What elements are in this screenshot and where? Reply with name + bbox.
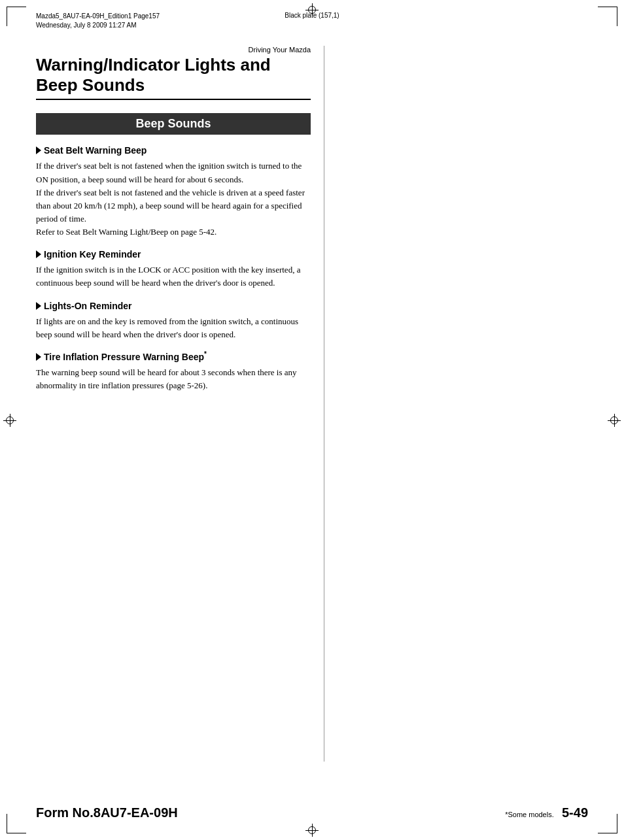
subsection-heading-seatbelt: Seat Belt Warning Beep bbox=[36, 145, 311, 156]
content-area: Driving Your Mazda Warning/Indicator Lig… bbox=[36, 46, 588, 762]
section-label: Driving Your Mazda bbox=[36, 46, 311, 54]
triangle-bullet-lights bbox=[36, 302, 41, 310]
triangle-bullet-ignition bbox=[36, 250, 41, 258]
meta-line1: Mazda5_8AU7-EA-09H_Edition1 Page157 bbox=[36, 12, 160, 21]
corner-mark-top-left bbox=[7, 7, 26, 26]
crosshair-left bbox=[3, 414, 16, 427]
footer-form: Form No.8AU7-EA-09H bbox=[36, 805, 178, 820]
subsection-title-lights: Lights-On Reminder bbox=[44, 301, 132, 311]
subsection-title-seatbelt: Seat Belt Warning Beep bbox=[44, 145, 147, 156]
subsection-body-tire: The warning beep sound will be heard for… bbox=[36, 366, 311, 392]
page-title: Warning/Indicator Lights and Beep Sounds bbox=[36, 55, 311, 95]
header-meta: Mazda5_8AU7-EA-09H_Edition1 Page157 Wedn… bbox=[36, 12, 160, 30]
corner-mark-bottom-left bbox=[7, 814, 26, 833]
subsection-body-lights: If lights are on and the key is removed … bbox=[36, 315, 311, 341]
triangle-bullet-tire bbox=[36, 353, 41, 361]
title-asterisk: * bbox=[204, 350, 207, 358]
meta-line2: Wednesday, July 8 2009 11:27 AM bbox=[36, 21, 160, 30]
subsection-body-seatbelt: If the driver's seat belt is not fastene… bbox=[36, 160, 311, 239]
subsection-heading-tire: Tire Inflation Pressure Warning Beep* bbox=[36, 352, 311, 362]
triangle-bullet-seatbelt bbox=[36, 146, 41, 154]
footnote-label: Some models. bbox=[508, 811, 553, 818]
right-column bbox=[337, 46, 588, 762]
subsection-heading-ignition: Ignition Key Reminder bbox=[36, 249, 311, 260]
left-column: Driving Your Mazda Warning/Indicator Lig… bbox=[36, 46, 311, 762]
title-rule bbox=[36, 99, 311, 100]
column-divider bbox=[324, 46, 324, 762]
footer-area: Form No.8AU7-EA-09H *Some models. 5-49 bbox=[36, 805, 588, 820]
footnote-text: *Some models. 5-49 bbox=[505, 805, 588, 820]
corner-mark-bottom-right bbox=[598, 814, 617, 833]
footer-right: *Some models. 5-49 bbox=[505, 805, 588, 820]
crosshair-bottom bbox=[305, 824, 319, 837]
subsection-title-tire: Tire Inflation Pressure Warning Beep* bbox=[44, 352, 207, 362]
subsection-title-ignition: Ignition Key Reminder bbox=[44, 249, 141, 260]
subsection-heading-lights: Lights-On Reminder bbox=[36, 301, 311, 311]
subsection-body-ignition: If the ignition switch is in the LOCK or… bbox=[36, 263, 311, 290]
crosshair-right bbox=[608, 414, 621, 427]
beep-sounds-header: Beep Sounds bbox=[36, 113, 311, 135]
header-plate: Black plate (157,1) bbox=[285, 12, 339, 19]
corner-mark-top-right bbox=[598, 7, 617, 26]
page-number: 5-49 bbox=[562, 805, 588, 820]
